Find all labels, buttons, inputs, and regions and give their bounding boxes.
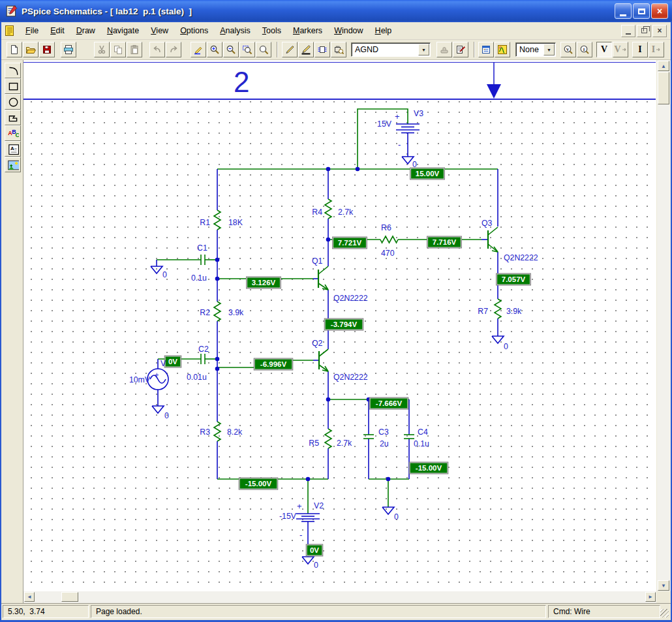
save-button[interactable] (39, 42, 55, 57)
voltage-badge[interactable]: -3.794V (324, 319, 363, 330)
menu-help[interactable]: Help (369, 23, 398, 38)
part-combo[interactable]: AGND▼ (351, 42, 431, 57)
resize-grip[interactable] (660, 609, 669, 617)
menu-markers[interactable]: Markers (287, 23, 328, 38)
open-button[interactable] (23, 42, 38, 57)
part-label[interactable]: C4 (418, 428, 428, 437)
part-label[interactable]: + (395, 112, 400, 121)
part-label[interactable]: C1 (197, 243, 207, 253)
part-label[interactable]: 0 (504, 342, 508, 351)
voltage-badge[interactable]: -15.00V (239, 478, 278, 490)
part-label[interactable]: R6 (381, 223, 391, 232)
part-label[interactable]: + (155, 371, 159, 379)
part-label[interactable]: 0 (412, 160, 417, 169)
menu-window[interactable]: Window (328, 23, 369, 38)
part-label[interactable]: Q2N2222 (333, 294, 368, 303)
part-label[interactable]: 0.1u (191, 273, 207, 283)
part-label[interactable]: 0 (314, 561, 318, 570)
part-label[interactable]: R4 (312, 208, 322, 217)
chevron-down-icon[interactable]: ▼ (543, 44, 555, 55)
marker-arrow[interactable] (487, 63, 501, 99)
simulate-button[interactable] (495, 42, 510, 57)
zoom-in-button[interactable] (207, 42, 222, 57)
part-label[interactable]: R1 (200, 218, 210, 227)
voltage-badge[interactable]: 7.721V (333, 237, 367, 249)
voltage-badge[interactable]: 7.057V (496, 273, 531, 285)
menu-options[interactable]: Options (174, 23, 214, 38)
menu-navigate[interactable]: Navigate (101, 23, 145, 38)
zoom-fit-button[interactable] (256, 42, 271, 57)
part-label[interactable]: Q1 (312, 257, 323, 266)
scroll-right-button[interactable]: ► (645, 592, 656, 602)
voltage-badge[interactable]: -6.996V (254, 358, 293, 370)
draw-wire-button[interactable] (282, 42, 298, 57)
part-label[interactable]: 15V (377, 119, 392, 129)
voltage-badges[interactable]: 15.00V7.721V7.716V7.057V3.126V-3.794V-6.… (164, 168, 530, 556)
part-label[interactable]: - (398, 140, 401, 149)
view-voltage-loupe-button[interactable]: V (560, 42, 576, 57)
menu-edit[interactable]: Edit (44, 23, 70, 38)
part-label[interactable]: V3 (414, 109, 423, 118)
part-label[interactable]: 470 (381, 249, 395, 258)
scroll-up-button[interactable]: ▲ (658, 61, 669, 71)
get-part-button[interactable] (331, 42, 346, 57)
part-label[interactable]: Q2 (312, 339, 323, 348)
wire-highlight-button[interactable] (191, 42, 206, 57)
zoom-out-button[interactable] (223, 42, 239, 57)
draw-polyline-tool[interactable] (5, 110, 21, 125)
zoom-area-button[interactable] (239, 42, 255, 57)
menu-view[interactable]: View (145, 23, 174, 38)
voltage-display-toggle[interactable]: V (596, 42, 612, 57)
part-label[interactable]: 2.7k (337, 439, 352, 448)
menu-file[interactable]: File (20, 23, 44, 38)
voltage-badge[interactable]: 7.716V (427, 236, 462, 248)
schematic-canvas[interactable]: 15.00V7.721V7.716V7.057V3.126V-3.794V-6.… (23, 60, 656, 591)
part-label[interactable]: C3 (378, 428, 389, 437)
voltage-badge[interactable]: -7.666V (369, 397, 408, 409)
close-button[interactable]: × (651, 3, 668, 19)
vertical-scrollbar[interactable]: ▲ ▼ (657, 60, 671, 591)
horizontal-scroll-thumb[interactable] (61, 592, 78, 602)
part-label[interactable]: C2 (198, 345, 209, 354)
draw-circle-tool[interactable] (5, 94, 21, 110)
part-label[interactable]: 8.2k (227, 428, 243, 437)
menu-analysis[interactable]: Analysis (214, 23, 256, 38)
voltage-badge[interactable]: -15.00V (409, 462, 448, 474)
part-label[interactable]: 10mV (129, 375, 151, 384)
part-label[interactable]: -15V (279, 512, 297, 521)
voltage-badge[interactable]: 0V (164, 356, 181, 367)
minimize-button[interactable] (615, 3, 632, 19)
part-label[interactable]: V (160, 359, 166, 368)
text-tool[interactable]: ABC (5, 125, 21, 141)
voltage-badge[interactable]: 0V (306, 544, 323, 556)
voltage-badge[interactable]: 3.126V (247, 277, 281, 288)
part-label[interactable]: 2.7k (338, 208, 354, 217)
textbox-tool[interactable]: A (5, 141, 21, 157)
part-label[interactable]: 3.9k (228, 308, 244, 317)
part-label[interactable]: 2u (380, 439, 389, 448)
chevron-down-icon[interactable]: ▼ (418, 44, 429, 55)
mdi-restore-button[interactable] (637, 25, 651, 37)
mdi-close-button[interactable]: × (652, 25, 667, 37)
menu-draw[interactable]: Draw (70, 23, 101, 38)
horizontal-scrollbar[interactable]: ◄ ► (23, 591, 656, 603)
part-label[interactable]: 0 (164, 411, 169, 420)
part-label[interactable]: - (299, 530, 302, 540)
vertical-scroll-thumb[interactable] (658, 72, 669, 104)
view-current-loupe-button[interactable]: I (577, 42, 592, 57)
setup-analysis-button[interactable] (478, 42, 494, 57)
draw-bus-button[interactable] (298, 42, 314, 57)
draw-arc-tool[interactable] (5, 63, 21, 78)
mdi-minimize-button[interactable] (621, 25, 635, 37)
part-label[interactable]: R5 (309, 439, 319, 448)
part-label[interactable]: 0 (162, 270, 167, 279)
voltage-badge[interactable]: 15.00V (410, 168, 445, 179)
part-label[interactable]: Q2N2222 (333, 373, 368, 382)
sources-and-grounds[interactable] (147, 124, 504, 564)
part-label[interactable]: - (155, 384, 158, 394)
edit-block-button[interactable] (314, 42, 330, 57)
draw-box-tool[interactable] (5, 78, 21, 94)
part-label[interactable]: 0.01u (187, 373, 207, 382)
page-number-text[interactable]: 2 (234, 66, 249, 98)
insert-picture-tool[interactable] (5, 157, 21, 172)
